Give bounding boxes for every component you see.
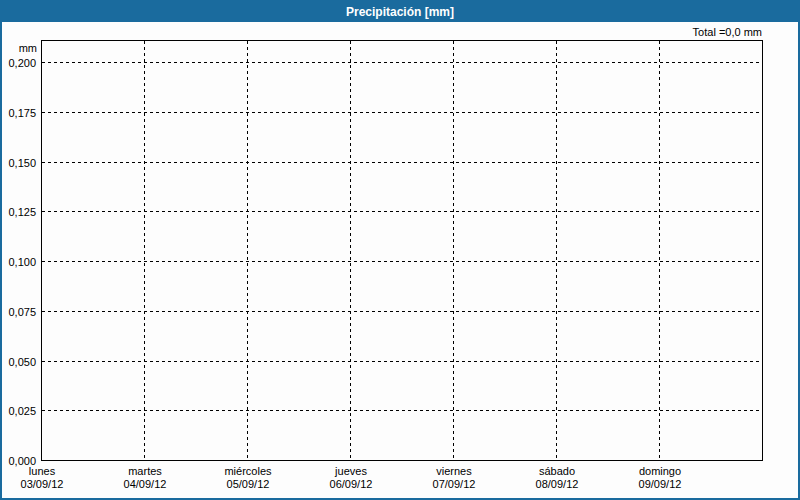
day-name: martes (93, 465, 197, 478)
day-date: 04/09/12 (93, 478, 197, 491)
day-date: 03/09/12 (0, 478, 94, 491)
day-date: 06/09/12 (299, 478, 403, 491)
day-date: 08/09/12 (505, 478, 609, 491)
x-day-label: martes04/09/12 (93, 465, 197, 491)
y-tick-label: 0,150 (2, 156, 36, 170)
total-precipitation-label: Total =0,0 mm (693, 26, 762, 38)
x-day-label: sábado08/09/12 (505, 465, 609, 491)
y-tick-label: 0,125 (2, 205, 36, 219)
y-tick-label: 0,200 (2, 56, 36, 70)
precipitation-chart-window: Precipitación [mm] Total =0,0 mm mm 0,20… (0, 0, 800, 500)
x-day-label: domingo09/09/12 (608, 465, 712, 491)
y-tick-label: 0,050 (2, 355, 36, 369)
x-day-label: viernes07/09/12 (402, 465, 506, 491)
day-name: lunes (0, 465, 94, 478)
y-axis-unit-label: mm (2, 42, 37, 54)
chart-title: Precipitación [mm] (2, 2, 798, 22)
plot-area (40, 39, 763, 461)
day-name: miércoles (196, 465, 300, 478)
y-tick-label: 0,025 (2, 404, 36, 418)
day-name: sábado (505, 465, 609, 478)
day-date: 07/09/12 (402, 478, 506, 491)
x-day-label: miércoles05/09/12 (196, 465, 300, 491)
day-name: domingo (608, 465, 712, 478)
day-name: viernes (402, 465, 506, 478)
y-tick-label: 0,100 (2, 255, 36, 269)
y-tick-label: 0,075 (2, 305, 36, 319)
day-date: 05/09/12 (196, 478, 300, 491)
y-tick-label: 0,175 (2, 106, 36, 120)
x-day-label: lunes03/09/12 (0, 465, 94, 491)
day-name: jueves (299, 465, 403, 478)
day-date: 09/09/12 (608, 478, 712, 491)
x-day-label: jueves06/09/12 (299, 465, 403, 491)
